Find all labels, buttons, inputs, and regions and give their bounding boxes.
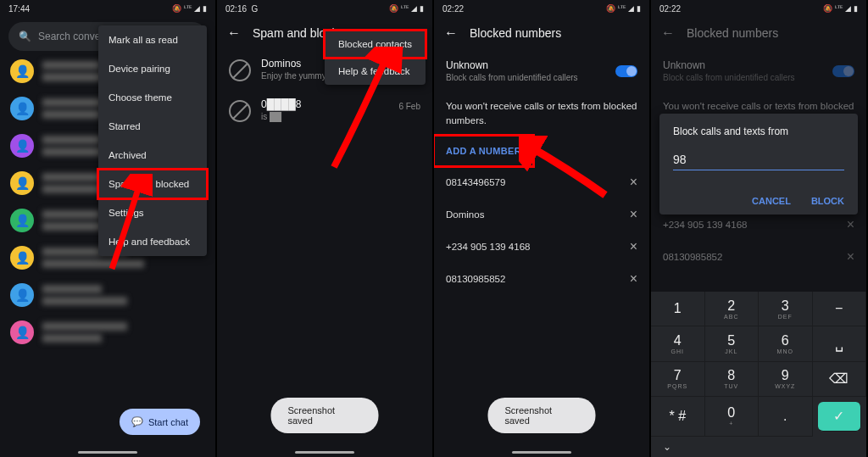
toggle-label: Unknown — [446, 59, 578, 71]
status-icons: 🔕 ᴸᵀᴱ ◢ ▮ — [823, 4, 858, 13]
menu-choose-theme[interactable]: Choose theme — [98, 83, 207, 112]
panel-blocked-numbers: 02:22 🔕 ᴸᵀᴱ ◢ ▮ ← Blocked numbers Unknow… — [434, 0, 651, 457]
key-2[interactable]: 2ABC — [705, 292, 760, 326]
number-row: Dominos× — [434, 198, 649, 231]
avatar: 👤 — [10, 283, 34, 307]
menu-settings[interactable]: Settings — [98, 198, 207, 227]
menu-spam-blocked[interactable]: Spam and blocked — [98, 170, 207, 198]
remove-icon[interactable]: × — [630, 271, 637, 287]
status-bar: 02:22 🔕 ᴸᵀᴱ ◢ ▮ — [651, 0, 866, 17]
block-icon — [229, 100, 251, 122]
key-5[interactable]: 5JKL — [705, 326, 760, 361]
key-4[interactable]: 4GHI — [651, 326, 705, 361]
chat-icon: 💬 — [131, 416, 143, 427]
key-6[interactable]: 6MNO — [759, 326, 813, 361]
list-item[interactable]: 👤 — [0, 314, 215, 351]
numeric-keypad: 12ABC3DEF−4GHI5JKL6MNO␣7PQRS8TUV9WXYZ⌫* … — [651, 292, 866, 457]
block-icon — [229, 59, 251, 81]
back-icon[interactable]: ← — [227, 25, 241, 41]
key-8[interactable]: 8TUV — [705, 362, 760, 397]
number-row: 08130985852× — [434, 263, 649, 295]
search-icon: 🔍 — [19, 31, 31, 42]
number: +234 905 139 4168 — [446, 242, 530, 252]
overflow-menu: Mark all as read Device pairing Choose t… — [98, 25, 207, 256]
number: Dominos — [446, 209, 484, 220]
status-icons: 🔕 ᴸᵀᴱ ◢ ▮ — [172, 4, 207, 13]
item-name: 0████8 — [261, 98, 301, 110]
status-icons: 🔕 ᴸᵀᴱ ◢ ▮ — [389, 4, 424, 13]
status-bar: 17:44 🔕 ᴸᵀᴱ ◢ ▮ — [0, 0, 215, 17]
keyboard-nav[interactable]: ⌄ — [651, 437, 866, 457]
menu-help-feedback[interactable]: Help & feedback — [325, 58, 426, 85]
toggle-switch-on — [832, 65, 854, 77]
avatar: 👤 — [10, 320, 34, 344]
toggle-sub: Block calls from unidentified callers — [446, 73, 578, 82]
page-title: Blocked numbers — [687, 26, 778, 40]
info-text: You won't receive calls or texts from bl… — [434, 92, 649, 136]
clock: 17:44 — [8, 4, 30, 14]
avatar: 👤 — [10, 209, 34, 232]
panel-messages-menu: 17:44 🔕 ᴸᵀᴱ ◢ ▮ 🔍 Search conversati 👤 👤 … — [0, 0, 217, 457]
key-* #[interactable]: * # — [651, 397, 705, 437]
key-1[interactable]: 1 — [651, 292, 705, 326]
menu-device-pairing[interactable]: Device pairing — [98, 54, 207, 83]
number: +234 905 139 4168 — [663, 220, 747, 230]
toggle-switch-on[interactable] — [615, 65, 637, 77]
key-9[interactable]: 9WXYZ — [759, 362, 813, 397]
toggle-unknown-callers[interactable]: Unknown Block calls from unidentified ca… — [434, 49, 649, 92]
clock: 02:22 — [442, 4, 464, 14]
menu-archived[interactable]: Archived — [98, 141, 207, 170]
menu-starred[interactable]: Starred — [98, 112, 207, 141]
key-␣[interactable]: ␣ — [813, 326, 867, 361]
app-header: ← Blocked numbers — [651, 17, 866, 49]
remove-icon[interactable]: × — [630, 239, 637, 254]
number: 08130985852 — [663, 252, 722, 262]
panel-spam-blocked: 02:16 G 🔕 ᴸᵀᴱ ◢ ▮ ← Spam and block Block… — [217, 0, 434, 457]
key-−[interactable]: − — [813, 292, 867, 326]
cancel-button[interactable]: CANCEL — [752, 196, 791, 206]
number-input[interactable]: 98 — [673, 153, 844, 170]
panel-block-dialog: 02:22 🔕 ᴸᵀᴱ ◢ ▮ ← Blocked numbers Unknow… — [651, 0, 868, 457]
key-3[interactable]: 3DEF — [759, 292, 813, 326]
toggle-unknown-callers: Unknown Block calls from unidentified ca… — [651, 49, 866, 92]
clock: 02:16 — [225, 4, 247, 14]
back-icon[interactable]: ← — [444, 25, 458, 41]
key-0[interactable]: 0+ — [705, 397, 760, 437]
key-⌫[interactable]: ⌫ — [813, 362, 867, 397]
block-button[interactable]: BLOCK — [811, 196, 844, 206]
avatar: 👤 — [10, 171, 34, 195]
key-7[interactable]: 7PQRS — [651, 362, 705, 397]
avatar: 👤 — [10, 246, 34, 270]
toast-screenshot: Screenshot saved — [271, 398, 379, 433]
number-row: +234 905 139 4168× — [434, 231, 649, 263]
status-icons: 🔕 ᴸᵀᴱ ◢ ▮ — [606, 4, 641, 13]
remove-icon[interactable]: × — [630, 207, 637, 222]
overflow-submenu: Blocked contacts Help & feedback — [325, 31, 426, 85]
back-icon[interactable]: ← — [661, 25, 675, 41]
avatar: 👤 — [10, 59, 34, 83]
key-.[interactable]: . — [759, 397, 813, 437]
status-bar: 02:16 G 🔕 ᴸᵀᴱ ◢ ▮ — [217, 0, 432, 17]
remove-icon[interactable]: × — [630, 175, 637, 190]
status-bar: 02:22 🔕 ᴸᵀᴱ ◢ ▮ — [434, 0, 649, 17]
avatar: 👤 — [10, 97, 34, 120]
add-number-button[interactable]: ADD A NUMBER — [434, 136, 533, 166]
menu-blocked-contacts[interactable]: Blocked contacts — [325, 31, 426, 58]
start-chat-button[interactable]: 💬 Start chat — [120, 409, 200, 435]
home-indicator — [78, 451, 137, 454]
key-✓[interactable]: ✓ — [818, 402, 862, 432]
menu-mark-read[interactable]: Mark all as read — [98, 25, 207, 54]
number: 08130985852 — [446, 274, 505, 284]
toggle-sub: Block calls from unidentified callers — [663, 73, 795, 82]
menu-help[interactable]: Help and feedback — [98, 227, 207, 256]
blocked-item-2[interactable]: 0████8 is ██ 6 Feb — [217, 90, 432, 131]
dialog-title: Block calls and texts from — [673, 125, 844, 137]
toast-screenshot: Screenshot saved — [488, 398, 596, 433]
clock: 02:22 — [659, 4, 681, 14]
fab-label: Start chat — [148, 417, 188, 427]
page-title: Blocked numbers — [470, 26, 561, 40]
list-item[interactable]: 👤 — [0, 276, 215, 314]
number-row: 08143496579× — [434, 166, 649, 198]
item-sub: is ██ — [261, 112, 301, 121]
home-indicator — [295, 451, 354, 454]
